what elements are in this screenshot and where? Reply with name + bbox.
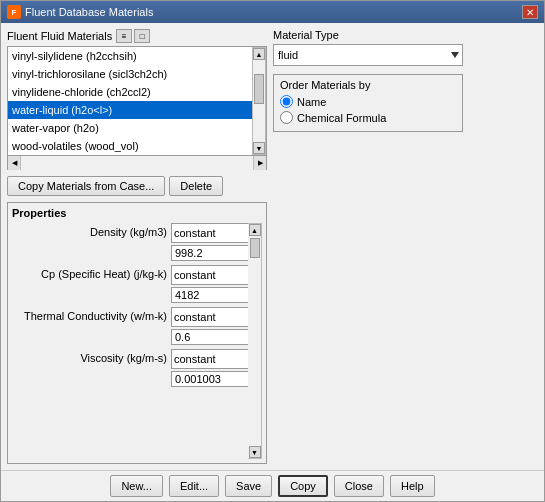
list-icon-btn-2[interactable]: □ <box>134 29 150 43</box>
prop-value-input-1[interactable] <box>171 287 248 303</box>
save-button[interactable]: Save <box>225 475 272 497</box>
properties-scrollbar[interactable]: ▲ ▼ <box>248 223 262 459</box>
content-area: Fluent Fluid Materials ≡ □ vinyl-silylid… <box>1 23 544 470</box>
order-by-formula-radio[interactable] <box>280 111 293 124</box>
delete-button[interactable]: Delete <box>169 176 223 196</box>
scroll-thumb[interactable] <box>254 74 264 104</box>
window-title: Fluent Database Materials <box>25 6 153 18</box>
properties-content: Density (kg/m3) constant View... Cp (Spe… <box>12 223 248 459</box>
bottom-bar: New... Edit... Save Copy Close Help <box>1 470 544 501</box>
prop-method-select-0[interactable]: constant <box>171 223 248 243</box>
prop-method-select-3[interactable]: constant <box>171 349 248 369</box>
prop-select-row-0: constant View... <box>171 223 248 243</box>
order-by-formula-row: Chemical Formula <box>280 111 456 124</box>
scroll-down-arrow[interactable]: ▼ <box>253 142 265 154</box>
copy-button[interactable]: Copy <box>278 475 328 497</box>
scroll-up-arrow[interactable]: ▲ <box>253 48 265 60</box>
prop-value-input-0[interactable] <box>171 245 248 261</box>
fluid-materials-label: Fluent Fluid Materials <box>7 30 112 42</box>
list-item[interactable]: vinyl-trichlorosilane (sicl3ch2ch) <box>8 65 252 83</box>
close-button[interactable]: ✕ <box>522 5 538 19</box>
properties-label: Properties <box>12 207 262 219</box>
title-bar: F Fluent Database Materials ✕ <box>1 1 544 23</box>
new-button[interactable]: New... <box>110 475 163 497</box>
edit-button[interactable]: Edit... <box>169 475 219 497</box>
scroll-right-arrow[interactable]: ▶ <box>253 156 266 170</box>
list-item[interactable]: vinylidene-chloride (ch2ccl2) <box>8 83 252 101</box>
copy-delete-row: Copy Materials from Case... Delete <box>7 176 267 196</box>
order-by-name-radio[interactable] <box>280 95 293 108</box>
material-type-label: Material Type <box>273 29 463 41</box>
material-type-select[interactable]: fluidsolidmixture <box>273 44 463 66</box>
prop-scroll-thumb[interactable] <box>250 238 260 258</box>
properties-section: Properties Density (kg/m3) constant View… <box>7 202 267 464</box>
materials-list-wrapper: vinyl-silylidene (h2cchsih)vinyl-trichlo… <box>7 46 267 156</box>
list-icon-btn-1[interactable]: ≡ <box>116 29 132 43</box>
prop-label-3: Viscosity (kg/m-s) <box>12 349 167 365</box>
right-panel: Material Type fluidsolidmixture Order Ma… <box>273 29 463 464</box>
list-item[interactable]: vinyl-silylidene (h2cchsih) <box>8 47 252 65</box>
order-by-name-label: Name <box>297 96 326 108</box>
title-bar-left: F Fluent Database Materials <box>7 5 153 19</box>
prop-controls-2: constant View... <box>171 307 248 345</box>
material-type-section: Material Type fluidsolidmixture <box>273 29 463 66</box>
prop-method-select-2[interactable]: constant <box>171 307 248 327</box>
prop-controls-0: constant View... <box>171 223 248 261</box>
list-scrollbar-h-row: ◀ ▶ <box>7 156 267 170</box>
close-dialog-button[interactable]: Close <box>334 475 384 497</box>
order-materials-section: Order Materials by Name Chemical Formula <box>273 74 463 132</box>
prop-select-row-2: constant View... <box>171 307 248 327</box>
fluid-materials-label-row: Fluent Fluid Materials ≡ □ <box>7 29 267 43</box>
order-materials-label: Order Materials by <box>280 79 456 91</box>
materials-list: vinyl-silylidene (h2cchsih)vinyl-trichlo… <box>8 47 252 155</box>
prop-row-1: Cp (Specific Heat) (j/kg-k) constant Vie… <box>12 265 248 303</box>
help-button[interactable]: Help <box>390 475 435 497</box>
properties-scroll-wrapper: Density (kg/m3) constant View... Cp (Spe… <box>12 223 262 459</box>
scroll-left-arrow[interactable]: ◀ <box>8 156 21 170</box>
prop-select-row-1: constant View... <box>171 265 248 285</box>
prop-row-3: Viscosity (kg/m-s) constant View... <box>12 349 248 387</box>
prop-value-input-2[interactable] <box>171 329 248 345</box>
list-item[interactable]: wood-volatiles (wood_vol) <box>8 137 252 155</box>
prop-controls-1: constant View... <box>171 265 248 303</box>
app-icon: F <box>7 5 21 19</box>
scroll-track-h <box>21 156 253 170</box>
prop-scroll-up[interactable]: ▲ <box>249 224 261 236</box>
prop-label-0: Density (kg/m3) <box>12 223 167 239</box>
order-by-name-row: Name <box>280 95 456 108</box>
prop-method-select-1[interactable]: constant <box>171 265 248 285</box>
prop-label-1: Cp (Specific Heat) (j/kg-k) <box>12 265 167 281</box>
prop-value-input-3[interactable] <box>171 371 248 387</box>
left-panel: Fluent Fluid Materials ≡ □ vinyl-silylid… <box>7 29 267 464</box>
list-item[interactable]: water-vapor (h2o) <box>8 119 252 137</box>
prop-controls-3: constant View... <box>171 349 248 387</box>
prop-label-2: Thermal Conductivity (w/m-k) <box>12 307 167 323</box>
list-scrollbar-v[interactable]: ▲ ▼ <box>252 47 266 155</box>
prop-select-row-3: constant View... <box>171 349 248 369</box>
prop-scroll-down[interactable]: ▼ <box>249 446 261 458</box>
list-icon-buttons: ≡ □ <box>116 29 150 43</box>
list-item[interactable]: water-liquid (h2o<l>) <box>8 101 252 119</box>
prop-row-2: Thermal Conductivity (w/m-k) constant Vi… <box>12 307 248 345</box>
order-by-formula-label: Chemical Formula <box>297 112 386 124</box>
copy-materials-button[interactable]: Copy Materials from Case... <box>7 176 165 196</box>
main-window: F Fluent Database Materials ✕ Fluent Flu… <box>0 0 545 502</box>
prop-row-0: Density (kg/m3) constant View... <box>12 223 248 261</box>
